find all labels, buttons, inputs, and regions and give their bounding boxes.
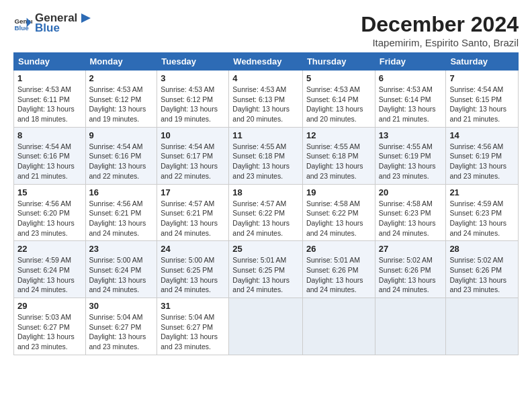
day-info: Sunrise: 4:53 AM Sunset: 6:13 PM Dayligh… (232, 85, 299, 124)
calendar-day-cell: 25Sunrise: 5:01 AM Sunset: 6:25 PM Dayli… (229, 241, 303, 298)
day-number: 14 (449, 130, 515, 140)
day-number: 25 (232, 244, 299, 254)
calendar-day-cell: 24Sunrise: 5:00 AM Sunset: 6:25 PM Dayli… (157, 241, 229, 298)
day-info: Sunrise: 4:53 AM Sunset: 6:14 PM Dayligh… (379, 85, 443, 124)
calendar-empty-cell (229, 298, 303, 355)
calendar-empty-cell (375, 298, 446, 355)
day-number: 21 (449, 187, 515, 197)
day-info: Sunrise: 5:02 AM Sunset: 6:26 PM Dayligh… (449, 255, 515, 295)
calendar-day-cell: 9Sunrise: 4:54 AM Sunset: 6:16 PM Daylig… (85, 127, 157, 184)
day-number: 19 (306, 187, 371, 197)
day-number: 9 (89, 130, 154, 140)
day-info: Sunrise: 5:00 AM Sunset: 6:25 PM Dayligh… (161, 255, 225, 295)
main-title: December 2024 (361, 12, 519, 37)
calendar-day-cell: 28Sunrise: 5:02 AM Sunset: 6:26 PM Dayli… (446, 241, 519, 298)
day-info: Sunrise: 4:54 AM Sunset: 6:15 PM Dayligh… (449, 85, 515, 124)
calendar-week-row: 22Sunrise: 4:59 AM Sunset: 6:24 PM Dayli… (14, 241, 519, 298)
day-number: 17 (161, 187, 225, 197)
day-info: Sunrise: 4:54 AM Sunset: 6:16 PM Dayligh… (17, 142, 82, 181)
calendar-day-cell: 21Sunrise: 4:59 AM Sunset: 6:23 PM Dayli… (446, 184, 519, 241)
calendar-day-cell: 19Sunrise: 4:58 AM Sunset: 6:22 PM Dayli… (302, 184, 375, 241)
day-info: Sunrise: 4:59 AM Sunset: 6:23 PM Dayligh… (449, 199, 515, 238)
day-info: Sunrise: 4:55 AM Sunset: 6:18 PM Dayligh… (232, 142, 299, 181)
calendar-table: SundayMondayTuesdayWednesdayThursdayFrid… (13, 52, 519, 355)
calendar-week-row: 15Sunrise: 4:56 AM Sunset: 6:20 PM Dayli… (14, 184, 519, 241)
calendar-empty-cell (302, 298, 375, 355)
day-info: Sunrise: 5:01 AM Sunset: 6:26 PM Dayligh… (306, 255, 371, 295)
calendar-day-cell: 16Sunrise: 4:56 AM Sunset: 6:21 PM Dayli… (85, 184, 157, 241)
day-number: 18 (232, 187, 299, 197)
day-number: 7 (449, 73, 515, 83)
day-number: 12 (306, 130, 371, 140)
calendar-header-monday: Monday (85, 53, 157, 71)
day-info: Sunrise: 4:58 AM Sunset: 6:23 PM Dayligh… (379, 199, 443, 238)
logo: General Blue General Blue (13, 12, 93, 34)
calendar-day-cell: 1Sunrise: 4:53 AM Sunset: 6:11 PM Daylig… (14, 71, 86, 128)
calendar-day-cell: 31Sunrise: 5:04 AM Sunset: 6:27 PM Dayli… (157, 298, 229, 355)
calendar-day-cell: 11Sunrise: 4:55 AM Sunset: 6:18 PM Dayli… (229, 127, 303, 184)
calendar-empty-cell (446, 298, 519, 355)
day-info: Sunrise: 4:55 AM Sunset: 6:19 PM Dayligh… (379, 142, 443, 181)
calendar-day-cell: 22Sunrise: 4:59 AM Sunset: 6:24 PM Dayli… (14, 241, 86, 298)
calendar-day-cell: 30Sunrise: 5:04 AM Sunset: 6:27 PM Dayli… (85, 298, 157, 355)
calendar-day-cell: 29Sunrise: 5:03 AM Sunset: 6:27 PM Dayli… (14, 298, 86, 355)
calendar-day-cell: 27Sunrise: 5:02 AM Sunset: 6:26 PM Dayli… (375, 241, 446, 298)
calendar-day-cell: 10Sunrise: 4:54 AM Sunset: 6:17 PM Dayli… (157, 127, 229, 184)
day-number: 27 (379, 244, 443, 254)
day-info: Sunrise: 5:02 AM Sunset: 6:26 PM Dayligh… (379, 255, 443, 295)
day-number: 26 (306, 244, 371, 254)
calendar-week-row: 1Sunrise: 4:53 AM Sunset: 6:11 PM Daylig… (14, 71, 519, 128)
header: General Blue General Blue December 2024 … (13, 12, 519, 48)
day-info: Sunrise: 4:57 AM Sunset: 6:22 PM Dayligh… (232, 199, 299, 238)
calendar-week-row: 29Sunrise: 5:03 AM Sunset: 6:27 PM Dayli… (14, 298, 519, 355)
day-info: Sunrise: 4:53 AM Sunset: 6:12 PM Dayligh… (161, 85, 225, 124)
day-info: Sunrise: 5:00 AM Sunset: 6:24 PM Dayligh… (89, 255, 154, 295)
day-info: Sunrise: 4:53 AM Sunset: 6:11 PM Dayligh… (17, 85, 82, 124)
day-info: Sunrise: 5:04 AM Sunset: 6:27 PM Dayligh… (89, 312, 154, 352)
day-number: 1 (17, 73, 82, 83)
calendar-day-cell: 2Sunrise: 4:53 AM Sunset: 6:12 PM Daylig… (85, 71, 157, 128)
title-block: December 2024 Itapemirim, Espirito Santo… (361, 12, 519, 48)
day-number: 28 (449, 244, 515, 254)
day-number: 11 (232, 130, 299, 140)
calendar-day-cell: 14Sunrise: 4:56 AM Sunset: 6:19 PM Dayli… (446, 127, 519, 184)
day-info: Sunrise: 4:59 AM Sunset: 6:24 PM Dayligh… (17, 255, 82, 295)
day-info: Sunrise: 4:56 AM Sunset: 6:20 PM Dayligh… (17, 199, 82, 238)
day-info: Sunrise: 5:03 AM Sunset: 6:27 PM Dayligh… (17, 312, 82, 352)
logo-arrow-icon (79, 12, 93, 24)
calendar-day-cell: 3Sunrise: 4:53 AM Sunset: 6:12 PM Daylig… (157, 71, 229, 128)
calendar-day-cell: 4Sunrise: 4:53 AM Sunset: 6:13 PM Daylig… (229, 71, 303, 128)
day-number: 30 (89, 301, 154, 311)
calendar-header-sunday: Sunday (14, 53, 86, 71)
calendar-week-row: 8Sunrise: 4:54 AM Sunset: 6:16 PM Daylig… (14, 127, 519, 184)
calendar-day-cell: 15Sunrise: 4:56 AM Sunset: 6:20 PM Dayli… (14, 184, 86, 241)
calendar-day-cell: 6Sunrise: 4:53 AM Sunset: 6:14 PM Daylig… (375, 71, 446, 128)
calendar-header-row: SundayMondayTuesdayWednesdayThursdayFrid… (14, 53, 519, 71)
calendar-header-tuesday: Tuesday (157, 53, 229, 71)
day-number: 22 (17, 244, 82, 254)
calendar-day-cell: 26Sunrise: 5:01 AM Sunset: 6:26 PM Dayli… (302, 241, 375, 298)
day-number: 24 (161, 244, 225, 254)
day-number: 29 (17, 301, 82, 311)
day-number: 13 (379, 130, 443, 140)
day-number: 2 (89, 73, 154, 83)
page: General Blue General Blue December 2024 … (0, 0, 532, 362)
day-number: 3 (161, 73, 225, 83)
day-number: 10 (161, 130, 225, 140)
day-number: 16 (89, 187, 154, 197)
day-info: Sunrise: 4:53 AM Sunset: 6:12 PM Dayligh… (89, 85, 154, 124)
calendar-header-saturday: Saturday (446, 53, 519, 71)
calendar-header-wednesday: Wednesday (229, 53, 303, 71)
day-number: 15 (17, 187, 82, 197)
calendar-day-cell: 23Sunrise: 5:00 AM Sunset: 6:24 PM Dayli… (85, 241, 157, 298)
day-number: 31 (161, 301, 225, 311)
calendar-day-cell: 18Sunrise: 4:57 AM Sunset: 6:22 PM Dayli… (229, 184, 303, 241)
day-info: Sunrise: 4:57 AM Sunset: 6:21 PM Dayligh… (161, 199, 225, 238)
day-info: Sunrise: 4:56 AM Sunset: 6:21 PM Dayligh… (89, 199, 154, 238)
svg-marker-2 (81, 13, 91, 23)
day-number: 4 (232, 73, 299, 83)
day-number: 6 (379, 73, 443, 83)
day-info: Sunrise: 4:58 AM Sunset: 6:22 PM Dayligh… (306, 199, 371, 238)
subtitle: Itapemirim, Espirito Santo, Brazil (361, 37, 519, 48)
day-info: Sunrise: 4:53 AM Sunset: 6:14 PM Dayligh… (306, 85, 371, 124)
